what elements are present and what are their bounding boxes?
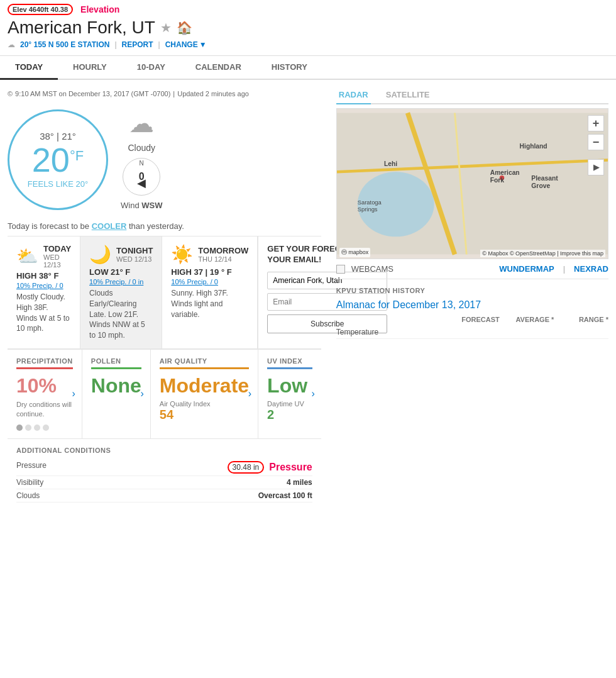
right-panel: RADAR SATELLITE Highland Lehi American [329, 80, 616, 516]
wind-arrow-icon: ◀ [137, 176, 146, 190]
tonight-day: TONIGHT [116, 246, 153, 255]
air-quality-panel: AIR QUALITY Moderate Air Quality Index 5… [151, 350, 258, 438]
station-title: KPVU STATION HISTORY [336, 287, 608, 294]
temp-main: 20 [32, 143, 70, 177]
report-link[interactable]: REPORT [122, 40, 153, 49]
svg-text:Saratoga: Saratoga [358, 199, 382, 206]
air-arrow[interactable]: › [248, 388, 251, 399]
condition-icon: ☁ [129, 109, 154, 138]
today-temp: HIGH 38° F [16, 271, 71, 281]
uv-sub: Daytime UV [267, 400, 312, 408]
svg-text:Grove: Grove [531, 182, 550, 189]
uv-num: 2 [267, 408, 312, 422]
uv-panel: UV INDEX Low Daytime UV 2 › [258, 350, 321, 438]
station-history: KPVU STATION HISTORY Almanac for Decembe… [336, 279, 608, 347]
left-panel: © 9:10 AM MST on December 13, 2017 (GMT … [0, 80, 329, 516]
tonight-precip[interactable]: 10% Precip. / 0 in [89, 278, 153, 286]
forecast-tomorrow: ☀️ TOMORROW THU 12/14 HIGH 37 | 19 ° F 1… [162, 236, 258, 348]
today-icon: ⛅ [16, 246, 38, 267]
pollen-arrow[interactable]: › [141, 388, 144, 399]
tab-calendar[interactable]: CALENDAR [180, 56, 256, 80]
elevation-badge: Elev 4640ft 40.38 [8, 4, 73, 15]
precipitation-panel: PRECIPITATION 10% Dry conditions will co… [8, 350, 82, 438]
temp-hi-lo: 38° | 21° [40, 131, 76, 142]
map-container: Highland Lehi American Fork Pleasant Gro… [336, 108, 608, 259]
forecast-tonight: 🌙 TONIGHT WED 12/13 LOW 21° F 10% Precip… [80, 236, 162, 348]
uv-title: UV INDEX [267, 357, 312, 369]
precip-arrow[interactable]: › [72, 388, 75, 399]
time-bar: © 9:10 AM MST on December 13, 2017 (GMT … [8, 86, 321, 103]
forecast-today: ⛅ TODAY WED 12/13 HIGH 38° F 10% Precip.… [8, 236, 80, 348]
top-bar: Elev 4640ft 40.38 Elevation American For… [0, 0, 616, 56]
tab-satellite[interactable]: SATELLITE [383, 86, 432, 104]
uv-arrow[interactable]: › [311, 388, 314, 399]
pressure-badge: 30.48 in [228, 461, 265, 474]
additional-title: ADDITIONAL CONDITIONS [16, 447, 312, 454]
main-content: © 9:10 AM MST on December 13, 2017 (GMT … [0, 80, 616, 516]
zoom-out-button[interactable]: − [588, 134, 604, 150]
tonight-date: WED 12/13 [116, 255, 153, 263]
wind-label: Wind WSW [121, 201, 162, 210]
zoom-in-button[interactable]: + [588, 115, 604, 131]
city-title: American Fork, UT ★ 🏠 [8, 18, 608, 38]
nexrad-link[interactable]: NEXRAD [574, 264, 608, 274]
station-bar: ☁ 20° 155 N 500 E STATION | REPORT | CHA… [8, 39, 608, 53]
almanac-title: Almanac for December 13, 2017 [336, 299, 608, 311]
tomorrow-icon: ☀️ [171, 244, 193, 265]
tab-hourly[interactable]: HOURLY [58, 56, 122, 80]
air-value: Moderate [160, 374, 249, 397]
tonight-temp: LOW 21° F [89, 267, 153, 277]
svg-text:Pleasant: Pleasant [531, 175, 558, 182]
tomorrow-date: THU 12/14 [198, 255, 248, 263]
station-link[interactable]: 20° 155 N 500 E STATION [20, 40, 109, 49]
tonight-icon: 🌙 [89, 244, 111, 265]
today-day: TODAY [43, 244, 71, 253]
pollen-title: POLLEN [91, 357, 141, 369]
clouds-row: Clouds Overcast 100 ft [16, 489, 312, 503]
mapbox-logo: ⓜ mapbox [339, 248, 371, 257]
condition-text: Cloudy [128, 143, 155, 153]
tab-radar[interactable]: RADAR [336, 86, 371, 104]
tomorrow-day: TOMORROW [198, 246, 248, 255]
today-precip[interactable]: 10% Precip. / 0 [16, 282, 71, 289]
svg-text:Springs: Springs [358, 206, 378, 213]
tonight-desc: Clouds Early/Clearing Late. Low 21F. Win… [89, 288, 153, 341]
condition-panels: PRECIPITATION 10% Dry conditions will co… [8, 349, 321, 438]
wind-compass: N 0 ◀ [123, 158, 160, 196]
elevation-label: Elevation [80, 4, 119, 14]
uv-value: Low [267, 374, 312, 397]
tomorrow-precip[interactable]: 10% Precip. / 0 [171, 278, 248, 286]
tab-history[interactable]: HISTORY [256, 56, 322, 80]
tabs: TODAY HOURLY 10-DAY CALENDAR HISTORY [0, 56, 616, 80]
svg-text:American: American [490, 169, 520, 176]
almanac-temperature-row: Temperature [336, 326, 608, 339]
temp-circle: 38° | 21° 20 °F FEELS LIKE 20° [8, 109, 108, 210]
air-title: AIR QUALITY [160, 357, 249, 369]
wundermap-link[interactable]: WUNDERMAP [499, 264, 554, 274]
cloud-icon: ☁ [8, 40, 15, 49]
svg-text:Highland: Highland [519, 143, 547, 150]
pressure-row: Pressure 30.48 in Pressure [16, 459, 312, 476]
additional-row: ADDITIONAL CONDITIONS Pressure 30.48 in … [8, 438, 321, 510]
webcam-checkbox[interactable] [336, 265, 345, 274]
precip-dots [16, 425, 73, 431]
home-icon[interactable]: 🏠 [177, 20, 192, 35]
svg-text:Lehi: Lehi [384, 160, 397, 167]
temp-unit: °F [70, 148, 84, 164]
play-button[interactable]: ▶ [588, 159, 604, 175]
tab-today[interactable]: TODAY [0, 56, 58, 80]
change-link[interactable]: CHANGE ▼ [165, 40, 207, 49]
copyright-icon: © [8, 90, 13, 97]
precip-desc: Dry conditions will continue. [16, 400, 73, 420]
today-date: WED 12/13 [43, 253, 71, 269]
tab-10day[interactable]: 10-DAY [122, 56, 180, 80]
additional-conditions: ADDITIONAL CONDITIONS Pressure 30.48 in … [8, 439, 321, 510]
svg-text:Fork: Fork [490, 177, 505, 184]
star-icon[interactable]: ★ [160, 20, 172, 35]
map-credit: © Mapbox © OpenStreetMap | Improve this … [480, 250, 605, 257]
today-desc: Mostly Cloudy. High 38F. Winds W at 5 to… [16, 292, 71, 334]
pollen-panel: POLLEN None › [82, 350, 151, 438]
precip-value: 10% [16, 374, 73, 397]
map-svg: Highland Lehi American Fork Pleasant Gro… [337, 109, 608, 258]
forecast-row: ⛅ TODAY WED 12/13 HIGH 38° F 10% Precip.… [8, 236, 321, 349]
